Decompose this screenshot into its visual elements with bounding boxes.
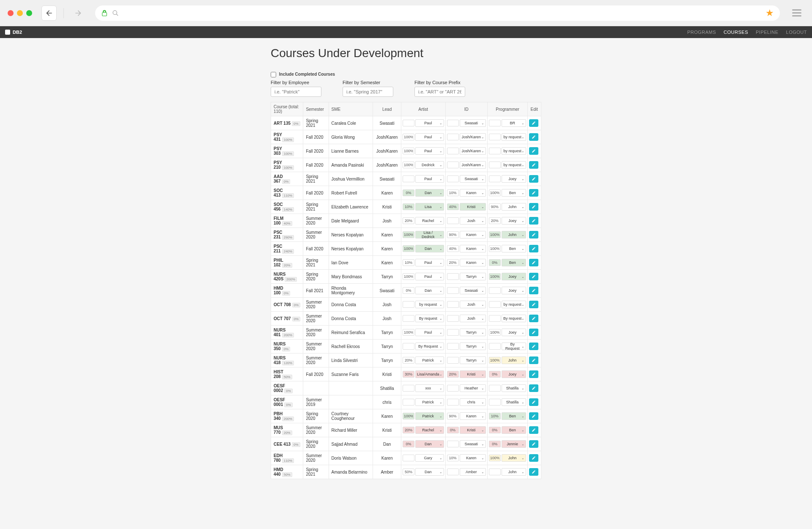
id-select[interactable]: Swasati ⌄ [460,175,486,183]
bookmark-star-icon[interactable]: ★ [765,8,774,19]
edit-button[interactable] [529,287,538,294]
artist-pct-input[interactable] [403,301,414,308]
edit-button[interactable] [529,119,538,127]
id-select[interactable]: Tarryn ⌄ [460,356,486,364]
nav-programs[interactable]: PROGRAMS [687,30,716,35]
id-select[interactable]: Kristi ⌄ [460,370,486,378]
edit-button[interactable] [529,231,538,238]
window-maximize-icon[interactable] [26,10,32,16]
programmer-pct-input[interactable] [489,175,501,182]
artist-select[interactable]: Rachel ⌄ [415,217,444,225]
id-select[interactable]: Tarryn ⌄ [460,329,486,336]
artist-pct-input[interactable] [403,427,414,433]
id-select[interactable]: Karen ⌄ [460,189,486,197]
artist-pct-input[interactable] [403,455,414,461]
id-pct-input[interactable] [447,357,459,364]
edit-button[interactable] [529,329,538,336]
programmer-pct-input[interactable] [489,203,501,210]
artist-pct-input[interactable] [403,148,414,154]
programmer-select[interactable]: Joey ⌄ [502,287,527,294]
id-pct-input[interactable] [447,469,459,475]
programmer-pct-input[interactable] [489,162,501,168]
artist-pct-input[interactable] [403,371,414,378]
id-pct-input[interactable] [447,329,459,336]
id-select[interactable]: Karen ⌄ [460,245,486,252]
artist-select[interactable]: Patrick ⌄ [415,398,444,406]
programmer-select[interactable]: Joey ⌄ [502,370,527,378]
programmer-pct-input[interactable] [489,455,501,461]
programmer-pct-input[interactable] [489,413,501,419]
th-edit[interactable]: Edit [528,102,541,116]
id-pct-input[interactable] [447,441,459,447]
artist-pct-input[interactable] [403,245,414,252]
programmer-select[interactable]: By request ⌄ [502,315,527,322]
programmer-select[interactable]: John ⌄ [502,356,527,364]
id-pct-input[interactable] [447,427,459,433]
id-select[interactable]: Karen ⌄ [460,454,486,462]
id-pct-input[interactable] [447,343,459,350]
programmer-select[interactable]: John ⌄ [502,203,527,211]
id-pct-input[interactable] [447,273,459,280]
id-pct-input[interactable] [447,120,459,126]
programmer-select[interactable]: Ben ⌄ [502,412,527,420]
id-select[interactable]: Josh ⌄ [460,217,486,225]
programmer-select[interactable]: by request ⌄ [502,147,527,155]
id-select[interactable]: Josh/Karen ⌄ [460,147,486,155]
nav-courses[interactable]: COURSES [724,30,748,35]
window-minimize-icon[interactable] [17,10,23,16]
nav-pipeline[interactable]: PIPELINE [756,30,779,35]
include-completed-checkbox[interactable] [271,72,276,77]
artist-select[interactable]: by request ⌄ [415,301,444,308]
nav-logout[interactable]: LOGOUT [786,30,807,35]
artist-select[interactable]: Paul ⌄ [415,259,444,266]
id-select[interactable]: Kristi ⌄ [460,203,486,211]
artist-select[interactable]: Dan ⌄ [415,468,444,476]
artist-pct-input[interactable] [403,134,414,140]
id-select[interactable]: chris ⌄ [460,398,486,406]
id-pct-input[interactable] [447,162,459,168]
id-pct-input[interactable] [447,134,459,140]
programmer-pct-input[interactable] [489,148,501,154]
artist-pct-input[interactable] [403,175,414,182]
edit-button[interactable] [529,468,538,476]
hamburger-menu-icon[interactable] [789,9,804,16]
artist-select[interactable]: Dan ⌄ [415,245,444,252]
programmer-select[interactable]: John ⌄ [502,454,527,462]
artist-select[interactable]: Patrick ⌄ [415,356,444,364]
edit-button[interactable] [529,133,538,141]
edit-button[interactable] [529,301,538,308]
id-pct-input[interactable] [447,203,459,210]
artist-select[interactable]: Lisa ⌄ [415,203,444,211]
id-pct-input[interactable] [447,413,459,419]
th-semester[interactable]: Semester [303,102,329,116]
artist-select[interactable]: Rachel ⌄ [415,426,444,434]
artist-pct-input[interactable] [403,399,414,406]
artist-select[interactable]: Dan ⌄ [415,287,444,294]
artist-pct-input[interactable] [403,441,414,447]
filter-employee-input[interactable] [271,87,321,97]
programmer-pct-input[interactable] [489,441,501,447]
edit-button[interactable] [529,426,538,434]
artist-pct-input[interactable] [403,120,414,126]
edit-button[interactable] [529,189,538,197]
id-pct-input[interactable] [447,245,459,252]
window-close-icon[interactable] [8,10,14,16]
artist-select[interactable]: Paul ⌄ [415,329,444,336]
id-pct-input[interactable] [447,385,459,392]
id-pct-input[interactable] [447,287,459,294]
programmer-select[interactable]: John ⌄ [502,468,527,476]
id-select[interactable]: Josh ⌄ [460,301,486,308]
id-pct-input[interactable] [447,455,459,461]
id-select[interactable]: Swasati ⌄ [460,119,486,127]
id-pct-input[interactable] [447,217,459,224]
artist-select[interactable]: By Request ⌄ [415,343,444,350]
artist-pct-input[interactable] [403,343,414,350]
id-pct-input[interactable] [447,189,459,196]
programmer-select[interactable]: BR ⌄ [502,119,527,127]
programmer-select[interactable]: Jennie ⌄ [502,440,527,448]
id-select[interactable]: Tarryn ⌄ [460,343,486,350]
id-select[interactable]: Karen ⌄ [460,231,486,238]
id-select[interactable]: Amber ⌄ [460,468,486,476]
id-pct-input[interactable] [447,315,459,322]
programmer-select[interactable]: Shatilla ⌄ [502,384,527,392]
